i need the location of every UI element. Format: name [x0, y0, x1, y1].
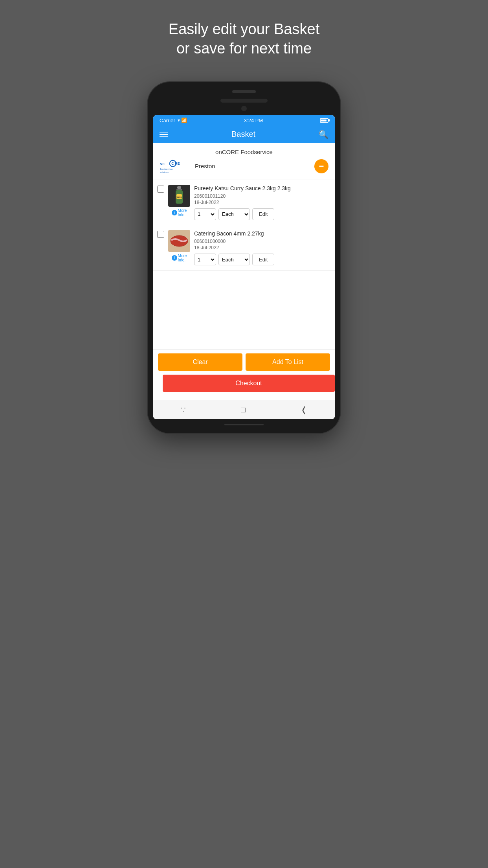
item-2-details: Catering Bacon 4mm 2.27kg 006001000000 1… [194, 230, 331, 265]
supplier-row: on C RE foodservice solutions Preston − [160, 158, 328, 174]
app-bar-title: Basket [231, 130, 255, 139]
wifi-icon: ▾ 📶 [178, 118, 187, 123]
checkout-button[interactable]: Checkout [163, 375, 335, 392]
time-label: 3:24 PM [244, 118, 263, 123]
item-1-more-info-label: MoreInfo. [178, 208, 187, 217]
phone-screen: Carrier ▾ 📶 3:24 PM Basket 🔍 onCORE [153, 115, 335, 419]
curry-sauce-bottle-icon: katsu [173, 186, 185, 206]
item-2-unit-select[interactable]: Each Case Box [218, 254, 250, 265]
item-2-controls: 1 2 3 Each Case Box Edit [194, 254, 331, 265]
header-line1: Easily edit your Basketor save for next … [169, 21, 319, 57]
item-2-image-col: i MoreInfo. [167, 230, 191, 262]
hamburger-menu-icon[interactable] [160, 132, 168, 137]
svg-rect-7 [176, 189, 182, 190]
page-header: Easily edit your Basketor save for next … [137, 12, 351, 66]
item-1-date: 18-Jul-2022 [194, 200, 331, 205]
supplier-location: Preston [195, 163, 310, 169]
svg-text:RE: RE [175, 162, 180, 166]
phone-shell: Carrier ▾ 📶 3:24 PM Basket 🔍 onCORE [148, 82, 340, 433]
svg-text:foodservice: foodservice [160, 167, 173, 170]
item-1-edit-button[interactable]: Edit [252, 208, 274, 220]
item-2-edit-button[interactable]: Edit [252, 254, 274, 265]
item-1-details: Pureety Katsu Curry Sauce 2.3kg 2.3kg 20… [194, 185, 331, 220]
item-1-qty-select[interactable]: 1 2 3 [194, 208, 216, 220]
item-2-checkbox[interactable] [157, 231, 164, 238]
nav-bar: ∵ □ ❬ [153, 400, 335, 419]
phone-speaker [220, 99, 268, 103]
item-1-name: Pureety Katsu Curry Sauce 2.3kg 2.3kg [194, 185, 331, 192]
supplier-header: onCORE Foodservice on C RE foodservice s… [153, 143, 335, 180]
item-1-image-col: katsu i MoreInfo. [167, 185, 191, 217]
battery-fill [321, 120, 327, 121]
oncore-logo-svg: on C RE foodservice solutions [160, 158, 191, 174]
item-2-image [168, 230, 190, 252]
bottom-buttons: Clear Add To List [153, 349, 335, 375]
phone-bottom [153, 424, 335, 425]
svg-text:katsu: katsu [176, 196, 182, 198]
supplier-name: onCORE Foodservice [160, 149, 328, 155]
status-bar: Carrier ▾ 📶 3:24 PM [153, 115, 335, 126]
item-2-code: 006001000000 [194, 239, 331, 244]
svg-text:solutions: solutions [160, 171, 169, 173]
item-1-image: katsu [168, 185, 190, 207]
item-2-name: Catering Bacon 4mm 2.27kg [194, 230, 331, 237]
carrier-label: Carrier [160, 118, 175, 123]
clear-button[interactable]: Clear [158, 353, 242, 371]
phone-camera [241, 106, 247, 111]
item-1-checkbox[interactable] [157, 186, 164, 193]
recent-apps-icon[interactable]: ∵ [181, 405, 186, 414]
supplier-logo: on C RE foodservice solutions [160, 158, 191, 174]
svg-text:C: C [171, 162, 174, 166]
item-2-more-info-label: MoreInfo. [178, 254, 187, 262]
status-bar-left: Carrier ▾ 📶 [160, 118, 187, 123]
item-1-controls: 1 2 3 Each Case Box Edit [194, 208, 331, 220]
phone-bottom-bar [224, 424, 264, 425]
item-2-qty-select[interactable]: 1 2 3 [194, 254, 216, 265]
item-2-date: 18-Jul-2022 [194, 245, 331, 250]
product-item-2: i MoreInfo. Catering Bacon 4mm 2.27kg 00… [153, 225, 335, 270]
product-item-1: katsu i MoreInfo. Pureety Katsu Curry Sa… [153, 180, 335, 225]
supplier-info: onCORE Foodservice on C RE foodservice s… [160, 149, 328, 174]
content-area: onCORE Foodservice on C RE foodservice s… [153, 143, 335, 419]
item-1-unit-select[interactable]: Each Case Box [218, 208, 250, 220]
item-1-more-info[interactable]: i MoreInfo. [172, 208, 187, 217]
search-icon[interactable]: 🔍 [319, 130, 328, 139]
checkout-row: Checkout [153, 375, 335, 400]
svg-text:on: on [160, 162, 165, 166]
svg-rect-6 [177, 186, 181, 189]
remove-supplier-button[interactable]: − [314, 159, 328, 173]
battery-icon [320, 118, 328, 123]
home-icon[interactable]: □ [241, 405, 246, 414]
add-to-list-button[interactable]: Add To List [246, 353, 330, 371]
item-1-info-icon: i [172, 210, 177, 215]
bacon-icon [169, 233, 189, 249]
empty-space [153, 270, 335, 349]
item-2-more-info[interactable]: i MoreInfo. [172, 254, 187, 262]
item-2-info-icon: i [172, 255, 177, 261]
app-bar: Basket 🔍 [153, 126, 335, 143]
item-1-code: 206001001120 [194, 193, 331, 199]
back-icon[interactable]: ❬ [301, 405, 307, 414]
